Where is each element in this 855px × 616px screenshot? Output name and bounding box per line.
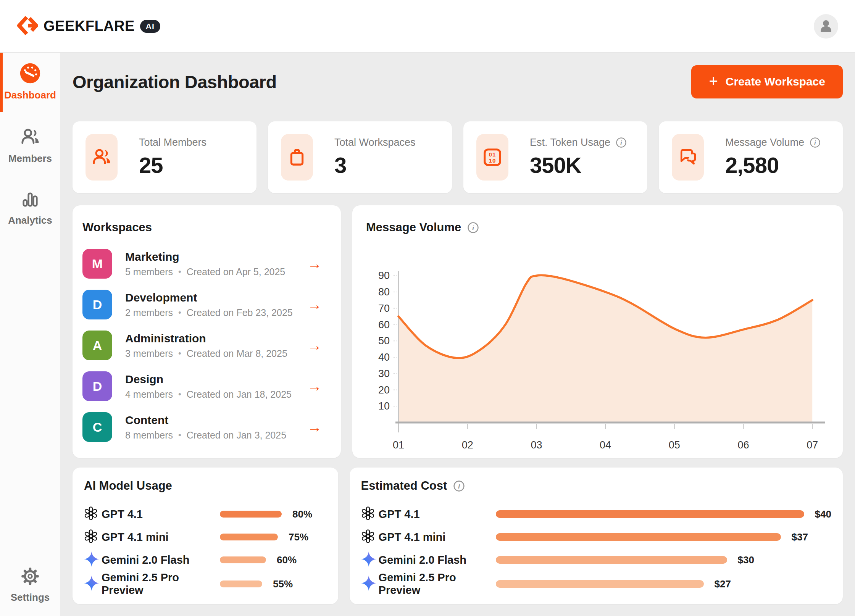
top-header: GEEKFLARE AI bbox=[0, 0, 855, 53]
geekflare-logo-icon bbox=[17, 15, 38, 38]
sidebar-label-members: Members bbox=[8, 153, 52, 164]
sidebar-item-dashboard[interactable]: Dashboard bbox=[0, 63, 60, 101]
model-name: Gemini 2.0 Flash bbox=[379, 554, 496, 566]
workspace-list-item[interactable]: D Design 4 members•Created on Jan 18, 20… bbox=[82, 371, 331, 401]
user-avatar[interactable] bbox=[814, 14, 838, 39]
sidebar-label-analytics: Analytics bbox=[8, 214, 52, 226]
model-row: GPT 4.1 $40 bbox=[361, 503, 831, 526]
plus-icon: + bbox=[709, 73, 718, 89]
workspace-initial-tile: D bbox=[82, 371, 112, 401]
svg-text:90: 90 bbox=[378, 270, 390, 281]
workspace-list-item[interactable]: C Content 8 members•Created on Jan 3, 20… bbox=[82, 412, 331, 442]
workspace-initial-tile: M bbox=[82, 249, 112, 279]
arrow-right-icon[interactable]: → bbox=[307, 419, 322, 435]
message-volume-title: Message Volume i bbox=[366, 221, 829, 234]
model-row: Gemini 2.0 Flash $30 bbox=[361, 548, 831, 571]
members-stat-icon bbox=[86, 134, 118, 181]
gemini-icon bbox=[84, 551, 99, 567]
model-bar-value: $40 bbox=[815, 508, 831, 520]
svg-text:20: 20 bbox=[378, 384, 390, 396]
svg-text:30: 30 bbox=[378, 368, 390, 379]
main-content: Organization Dashboard + Create Workspac… bbox=[60, 53, 855, 616]
stat-value: 350K bbox=[530, 152, 627, 178]
workspace-list-item[interactable]: A Administration 3 members•Created on Ma… bbox=[82, 331, 331, 360]
workspace-initial-tile: C bbox=[82, 412, 112, 442]
info-icon[interactable]: i bbox=[453, 480, 465, 492]
model-bar bbox=[496, 510, 804, 518]
model-name: GPT 4.1 bbox=[379, 508, 496, 521]
model-bar bbox=[496, 556, 727, 564]
model-row: Gemini 2.5 Pro Preview 55% bbox=[84, 571, 327, 594]
arrow-right-icon[interactable]: → bbox=[307, 337, 322, 354]
model-name: GPT 4.1 bbox=[102, 508, 220, 521]
workspace-list-item[interactable]: D Development 2 members•Created on Feb 2… bbox=[82, 290, 331, 319]
svg-text:40: 40 bbox=[378, 352, 390, 363]
svg-text:10: 10 bbox=[489, 157, 496, 164]
person-icon bbox=[818, 18, 834, 35]
workspace-list-item[interactable]: M Marketing 5 members•Created on Apr 5, … bbox=[82, 249, 331, 279]
model-bar-value: 75% bbox=[289, 531, 308, 543]
token-binary-icon: 01 10 bbox=[476, 134, 508, 181]
info-icon[interactable]: i bbox=[467, 222, 479, 234]
svg-text:i: i bbox=[814, 139, 816, 146]
svg-text:04: 04 bbox=[600, 439, 611, 451]
model-name: GPT 4.1 mini bbox=[379, 531, 496, 543]
openai-icon bbox=[84, 529, 98, 543]
stat-value: 3 bbox=[334, 152, 416, 178]
workspace-initial-tile: A bbox=[82, 331, 112, 360]
workspace-name: Administration bbox=[125, 332, 287, 345]
openai-icon bbox=[361, 506, 375, 520]
message-volume-panel: Message Volume i 10203040506070809001020… bbox=[352, 205, 843, 458]
workspace-meta: 8 members•Created on Jan 3, 2025 bbox=[125, 430, 286, 441]
arrow-right-icon[interactable]: → bbox=[307, 256, 322, 272]
model-bar-value: $37 bbox=[792, 531, 808, 543]
ai-model-usage-panel: AI Model Usage GPT 4.1 80% GPT 4.1 bbox=[73, 468, 338, 604]
model-bar-value: 60% bbox=[277, 554, 297, 566]
workspace-meta: 2 members•Created on Feb 23, 2025 bbox=[125, 307, 293, 318]
info-icon[interactable]: i bbox=[616, 137, 627, 148]
sidebar-item-members[interactable]: Members bbox=[0, 127, 60, 164]
brand: GEEKFLARE AI bbox=[17, 15, 160, 38]
svg-text:50: 50 bbox=[378, 335, 390, 347]
briefcase-icon bbox=[281, 134, 313, 181]
svg-text:i: i bbox=[620, 139, 622, 146]
model-row: GPT 4.1 mini $37 bbox=[361, 526, 831, 548]
model-row: GPT 4.1 mini 75% bbox=[84, 526, 327, 548]
chat-bubbles-icon bbox=[672, 134, 704, 181]
model-bar bbox=[220, 556, 266, 563]
svg-text:i: i bbox=[472, 224, 474, 231]
ai-badge: AI bbox=[140, 20, 160, 33]
stat-value: 2,580 bbox=[725, 152, 821, 178]
workspaces-panel: Workspaces M Marketing 5 members•Created… bbox=[73, 205, 341, 458]
svg-text:05: 05 bbox=[669, 439, 680, 451]
stat-card-total-workspaces: Total Workspaces 3 bbox=[268, 121, 452, 193]
arrow-right-icon[interactable]: → bbox=[307, 378, 322, 395]
dashboard-gauge-icon bbox=[19, 63, 41, 85]
svg-text:70: 70 bbox=[378, 303, 390, 314]
sidebar-item-settings[interactable]: Settings bbox=[0, 566, 60, 603]
sidebar-label-settings: Settings bbox=[11, 592, 50, 603]
svg-text:10: 10 bbox=[378, 400, 390, 412]
analytics-bars-icon bbox=[20, 189, 40, 211]
info-icon[interactable]: i bbox=[810, 137, 821, 148]
svg-text:01: 01 bbox=[393, 439, 404, 451]
workspaces-list: M Marketing 5 members•Created on Apr 5, … bbox=[82, 249, 331, 442]
workspace-name: Development bbox=[125, 291, 293, 304]
model-row: GPT 4.1 80% bbox=[84, 503, 327, 526]
stat-label: Total Workspaces bbox=[334, 137, 416, 148]
workspace-name: Design bbox=[125, 373, 292, 386]
sidebar-label-dashboard: Dashboard bbox=[4, 89, 56, 101]
model-bar bbox=[220, 534, 278, 540]
create-workspace-button[interactable]: + Create Workspace bbox=[691, 65, 843, 98]
message-volume-chart: 10203040506070809001020304050607 bbox=[360, 256, 837, 454]
stat-label: Message Volume i bbox=[725, 137, 821, 148]
svg-text:03: 03 bbox=[531, 439, 542, 451]
sidebar-item-analytics[interactable]: Analytics bbox=[0, 189, 60, 226]
svg-text:80: 80 bbox=[378, 286, 390, 298]
svg-text:06: 06 bbox=[737, 439, 749, 451]
model-bar-value: $30 bbox=[738, 554, 754, 566]
stat-label: Est. Token Usage i bbox=[530, 137, 627, 148]
arrow-right-icon[interactable]: → bbox=[307, 297, 322, 313]
model-name: Gemini 2.5 Pro Preview bbox=[379, 571, 496, 597]
svg-text:60: 60 bbox=[378, 319, 390, 331]
